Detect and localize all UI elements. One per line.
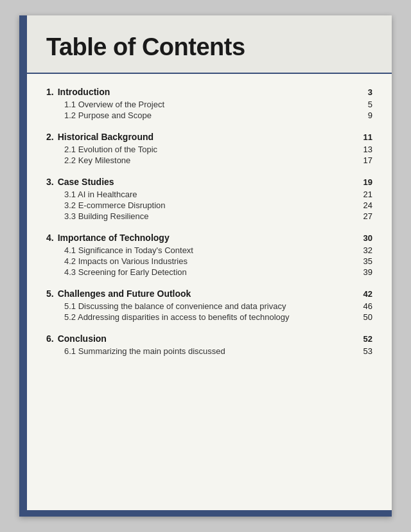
section-number-2: 2. bbox=[46, 132, 54, 142]
toc-body: 1.Introduction31.1 Overview of the Proje… bbox=[27, 74, 392, 510]
sub-item-1-2: 1.2 Purpose and Scope9 bbox=[64, 111, 372, 120]
sub-item-5-1: 5.1 Discussing the balance of convenienc… bbox=[64, 301, 372, 311]
section-header-6: 6.Conclusion52 bbox=[46, 333, 372, 344]
header: Table of Contents bbox=[27, 15, 392, 74]
section-1: 1.Introduction31.1 Overview of the Proje… bbox=[46, 87, 372, 120]
sub-page-1-2: 9 bbox=[368, 111, 372, 120]
sub-item-5-2: 5.2 Addressing disparities in access to … bbox=[64, 312, 372, 322]
section-title-2: Historical Background bbox=[58, 132, 153, 142]
sidebar-accent bbox=[19, 15, 27, 517]
sub-page-5-1: 46 bbox=[363, 301, 372, 311]
sub-title-1-1: 1.1 Overview of the Project bbox=[64, 100, 164, 109]
sub-item-3-3: 3.3 Building Resilience27 bbox=[64, 211, 372, 221]
sub-title-3-2: 3.2 E-commerce Disruption bbox=[64, 200, 166, 210]
sub-page-4-1: 32 bbox=[363, 245, 372, 255]
section-page-3: 19 bbox=[363, 177, 372, 187]
sub-page-2-2: 17 bbox=[363, 155, 372, 165]
sub-page-6-1: 53 bbox=[363, 346, 372, 356]
sub-page-4-3: 39 bbox=[363, 267, 372, 277]
sub-item-2-2: 2.2 Key Milestone17 bbox=[64, 155, 372, 165]
section-page-2: 11 bbox=[363, 132, 372, 142]
section-page-1: 3 bbox=[368, 87, 372, 97]
sub-title-5-2: 5.2 Addressing disparities in access to … bbox=[64, 312, 290, 322]
sub-title-2-1: 2.1 Evolution of the Topic bbox=[64, 145, 157, 154]
sub-title-6-1: 6.1 Summarizing the main points discusse… bbox=[64, 346, 225, 356]
section-number-4: 4. bbox=[46, 233, 54, 243]
sub-title-4-3: 4.3 Screening for Early Detection bbox=[64, 267, 187, 277]
section-header-2: 2.Historical Background11 bbox=[46, 132, 372, 142]
section-header-5: 5.Challenges and Future Outlook42 bbox=[46, 288, 372, 299]
section-header-3: 3.Case Studies19 bbox=[46, 177, 372, 187]
sub-item-4-1: 4.1 Significance in Today's Context32 bbox=[64, 245, 372, 255]
sub-item-3-2: 3.2 E-commerce Disruption24 bbox=[64, 200, 372, 210]
sub-title-3-3: 3.3 Building Resilience bbox=[64, 211, 149, 221]
section-number-1: 1. bbox=[46, 87, 54, 97]
sub-page-3-2: 24 bbox=[363, 200, 372, 210]
sub-page-2-1: 13 bbox=[363, 145, 372, 154]
section-number-5: 5. bbox=[46, 288, 54, 299]
section-4: 4.Importance of Technology304.1 Signific… bbox=[46, 233, 372, 277]
page: Table of Contents 1.Introduction31.1 Ove… bbox=[19, 15, 392, 517]
section-title-4: Importance of Technology bbox=[58, 233, 170, 243]
sub-title-4-2: 4.2 Impacts on Various Industries bbox=[64, 256, 188, 266]
sub-title-3-1: 3.1 AI in Healthcare bbox=[64, 190, 137, 199]
section-title-1: Introduction bbox=[58, 87, 110, 97]
section-page-4: 30 bbox=[363, 233, 372, 243]
sub-item-6-1: 6.1 Summarizing the main points discusse… bbox=[64, 346, 372, 356]
section-header-1: 1.Introduction3 bbox=[46, 87, 372, 97]
sub-title-1-2: 1.2 Purpose and Scope bbox=[64, 111, 152, 120]
sub-title-5-1: 5.1 Discussing the balance of convenienc… bbox=[64, 301, 286, 311]
section-6: 6.Conclusion526.1 Summarizing the main p… bbox=[46, 333, 372, 356]
footer-bar bbox=[19, 510, 392, 517]
section-page-5: 42 bbox=[363, 289, 372, 299]
sub-title-2-2: 2.2 Key Milestone bbox=[64, 155, 130, 165]
section-page-6: 52 bbox=[363, 334, 372, 344]
section-3: 3.Case Studies193.1 AI in Healthcare213.… bbox=[46, 177, 372, 221]
sub-item-1-1: 1.1 Overview of the Project5 bbox=[64, 100, 372, 109]
sub-item-4-3: 4.3 Screening for Early Detection39 bbox=[64, 267, 372, 277]
section-number-3: 3. bbox=[46, 177, 54, 187]
section-title-3: Case Studies bbox=[58, 177, 114, 187]
section-2: 2.Historical Background112.1 Evolution o… bbox=[46, 132, 372, 165]
sub-page-1-1: 5 bbox=[368, 100, 372, 109]
section-number-6: 6. bbox=[46, 333, 54, 344]
sub-item-4-2: 4.2 Impacts on Various Industries35 bbox=[64, 256, 372, 266]
section-title-6: Conclusion bbox=[58, 333, 107, 344]
sub-title-4-1: 4.1 Significance in Today's Context bbox=[64, 245, 193, 255]
sub-item-2-1: 2.1 Evolution of the Topic13 bbox=[64, 145, 372, 154]
section-5: 5.Challenges and Future Outlook425.1 Dis… bbox=[46, 288, 372, 322]
section-title-5: Challenges and Future Outlook bbox=[58, 288, 191, 299]
sub-page-4-2: 35 bbox=[363, 256, 372, 266]
page-title: Table of Contents bbox=[46, 33, 372, 61]
sub-item-3-1: 3.1 AI in Healthcare21 bbox=[64, 190, 372, 199]
sub-page-5-2: 50 bbox=[363, 312, 372, 322]
content: Table of Contents 1.Introduction31.1 Ove… bbox=[27, 15, 392, 510]
sub-page-3-1: 21 bbox=[363, 190, 372, 199]
section-header-4: 4.Importance of Technology30 bbox=[46, 233, 372, 243]
sub-page-3-3: 27 bbox=[363, 211, 372, 221]
